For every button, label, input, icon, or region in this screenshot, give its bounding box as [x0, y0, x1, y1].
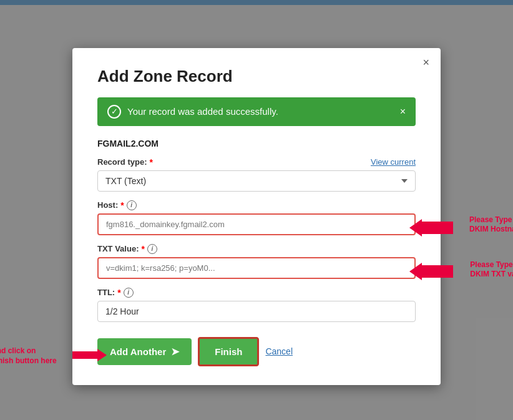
host-required: * [120, 200, 124, 210]
txt-required: * [141, 244, 144, 254]
host-annotation: Please Type Your DKIM Hostname here. [469, 215, 513, 235]
record-type-required: * [149, 157, 152, 167]
finish-annotation: And click on Finish button here [0, 346, 57, 366]
success-banner: ✓ Your record was added successfully. × [97, 97, 416, 126]
finish-arrow-icon [72, 349, 107, 361]
success-message-area: ✓ Your record was added successfully. [107, 105, 278, 119]
host-field: Host: * i Please Type Your DKIM Hostname… [97, 200, 416, 235]
success-banner-close[interactable]: × [400, 106, 406, 117]
modal-overlay: × Add Zone Record ✓ Your record was adde… [0, 0, 513, 420]
txt-value-label-row: TXT Value: * i [97, 244, 416, 254]
host-arrow-icon [409, 219, 453, 237]
host-info-icon[interactable]: i [127, 200, 137, 210]
add-another-arrow-icon: ➤ [171, 346, 179, 358]
txt-info-icon[interactable]: i [147, 244, 157, 254]
svg-marker-2 [72, 349, 107, 361]
record-type-label: Record type: [97, 157, 147, 167]
record-type-label-row: Record type: * [97, 157, 416, 167]
host-label: Host: [97, 200, 118, 210]
record-type-field: Record type: * View current TXT (Text) [97, 157, 416, 192]
ttl-label: TTL: [97, 288, 115, 297]
ttl-info-icon[interactable]: i [124, 288, 134, 298]
ttl-input[interactable] [97, 301, 416, 322]
add-another-button[interactable]: Add Another ➤ [97, 338, 192, 365]
cancel-button[interactable]: Cancel [265, 346, 293, 356]
add-another-label: Add Another [110, 346, 166, 357]
svg-marker-1 [409, 263, 453, 280]
ttl-required: * [117, 288, 120, 298]
success-message-text: Your record was added successfully. [127, 106, 278, 117]
finish-label: Finish [215, 346, 242, 357]
view-current-link[interactable]: View current [371, 157, 416, 167]
record-type-select[interactable]: TXT (Text) [97, 170, 416, 192]
txt-annotation: Please Type Your DKIM TXT value here. [470, 260, 513, 280]
success-icon: ✓ [107, 105, 121, 119]
txt-arrow-icon [409, 263, 453, 280]
ttl-label-row: TTL: * i [97, 288, 416, 298]
record-type-select-wrapper: TXT (Text) [97, 170, 416, 192]
host-input[interactable] [97, 213, 416, 235]
txt-value-label: TXT Value: [97, 244, 139, 253]
modal-title: Add Zone Record [97, 67, 416, 86]
ttl-field: TTL: * i [97, 288, 416, 322]
button-row: And click on Finish button here Add Anot… [97, 337, 416, 366]
svg-marker-0 [409, 219, 453, 237]
txt-value-field: TXT Value: * i Please Type Your DKIM TXT… [97, 244, 416, 279]
txt-value-input[interactable] [97, 257, 416, 279]
host-label-row: Host: * i [97, 200, 416, 210]
cancel-label: Cancel [265, 346, 293, 356]
finish-button[interactable]: Finish [198, 337, 259, 366]
modal-dialog: × Add Zone Record ✓ Your record was adde… [72, 48, 441, 385]
close-button[interactable]: × [423, 57, 429, 68]
domain-label: FGMAIL2.COM [97, 139, 416, 149]
